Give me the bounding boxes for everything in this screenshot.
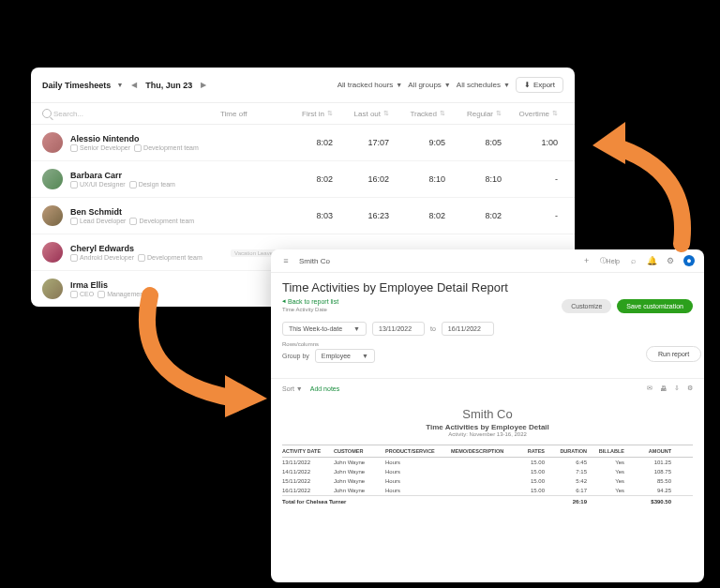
report-panel: ≡ Smith Co + ⓘ Help ⌕ 🔔 ⚙ ● Time Activit…: [271, 249, 704, 582]
gear-icon[interactable]: ⚙: [665, 255, 676, 266]
report-company: Smith Co: [282, 407, 693, 421]
vacation-badge: Vacation Leave: [231, 249, 277, 257]
to-date-input[interactable]: 16/11/2022: [442, 322, 494, 336]
arrow-icon: [574, 113, 696, 253]
search-input[interactable]: Search...: [42, 109, 220, 118]
avatar: [42, 242, 63, 263]
report-tools: Sort ▼ Add notes ✉ 🖶 ⇩ ⚙: [271, 379, 704, 398]
rows-cols-label: Rows/columns: [282, 341, 693, 347]
timesheet-header: Daily Timesheets ▼ ◀ Thu, Jun 23 ▶ All t…: [31, 68, 575, 103]
table-row[interactable]: Ben SchmidtLead DeveloperDevelopment tea…: [31, 198, 575, 234]
report-row[interactable]: 16/11/2022John WayneHours15.006:17Yes94.…: [282, 486, 693, 495]
col-tracked[interactable]: Tracked⇅: [389, 109, 445, 118]
plus-icon[interactable]: +: [581, 255, 592, 266]
export-button[interactable]: ⬇Export: [516, 77, 563, 93]
avatar: [42, 205, 63, 226]
avatar: [42, 169, 63, 189]
download-icon: ⬇: [524, 81, 531, 89]
filter-hours[interactable]: All tracked hours▼: [338, 81, 403, 89]
avatar: [42, 132, 63, 153]
col-lastout[interactable]: Last out⇅: [333, 109, 389, 118]
search-icon: [42, 109, 52, 118]
avatar: [42, 279, 63, 299]
col-regular[interactable]: Regular⇅: [445, 109, 502, 118]
caret-down-icon: ▼: [116, 82, 123, 88]
date-range-select[interactable]: This Week-to-date▼: [282, 322, 367, 336]
export-icon[interactable]: ⇩: [674, 384, 680, 392]
col-overtime[interactable]: Overtime⇅: [502, 109, 558, 118]
settings-icon[interactable]: ⚙: [687, 384, 693, 392]
table-row[interactable]: Barbara CarrUX/UI DesignerDesign team 8:…: [31, 161, 575, 198]
help-button[interactable]: ⓘ Help: [600, 255, 620, 266]
table-row[interactable]: Alessio NintendoSenior DeveloperDevelopm…: [31, 125, 575, 161]
add-notes-link[interactable]: Add notes: [310, 385, 340, 392]
report-title: Time Activities by Employee Detail Repor…: [282, 280, 693, 294]
report-subtitle: Time Activities by Employee Detail: [282, 423, 693, 431]
run-report-button[interactable]: Run report: [646, 346, 701, 362]
date-display[interactable]: Thu, Jun 23: [145, 81, 192, 90]
role-badge: Senior Developer: [70, 144, 130, 152]
bell-icon[interactable]: 🔔: [646, 255, 657, 266]
team-badge: Development team: [134, 144, 199, 152]
report-row[interactable]: 13/11/2022John WayneHours15.006:45Yes101…: [282, 458, 693, 467]
sort-icon: ⇅: [552, 110, 558, 117]
report-row[interactable]: 15/11/2022John WayneHours15.005:42Yes85.…: [282, 476, 693, 486]
from-date-input[interactable]: 13/11/2022: [372, 322, 425, 336]
email-icon[interactable]: ✉: [647, 384, 652, 392]
save-customization-button[interactable]: Save customization: [617, 299, 693, 313]
chevron-right-icon[interactable]: ▶: [198, 80, 209, 91]
group-by-label: Group by: [282, 353, 309, 359]
group-by-select[interactable]: Employee▼: [315, 349, 375, 363]
report-row[interactable]: 14/11/2022John WayneHours15.007:15Yes108…: [282, 467, 693, 476]
employee-name: Alessio Nintendo: [70, 134, 199, 143]
col-firstin[interactable]: First in⇅: [277, 109, 333, 118]
filter-schedules[interactable]: All schedules▼: [457, 81, 510, 89]
customize-button[interactable]: Customize: [562, 299, 611, 313]
back-link[interactable]: ◂ Back to report list: [282, 297, 338, 305]
sort-link[interactable]: Sort ▼: [282, 385, 303, 392]
report-columns: ACTIVITY DATECUSTOMERPRODUCT/SERVICEMEMO…: [282, 445, 693, 458]
user-avatar-icon[interactable]: ●: [683, 255, 695, 266]
to-label: to: [430, 325, 436, 332]
search-icon[interactable]: ⌕: [627, 255, 638, 266]
company-name: Smith Co: [299, 257, 330, 265]
report-total-row: Total for Chelsea Turner26:19$390.50: [282, 495, 693, 507]
view-selector[interactable]: Daily Timesheets: [42, 81, 111, 90]
filter-groups[interactable]: All groups▼: [408, 81, 451, 89]
column-header-row: Search... Time off First in⇅ Last out⇅ T…: [31, 103, 575, 125]
menu-icon[interactable]: ≡: [280, 255, 292, 266]
report-period: Activity: November 13-16, 2022: [282, 431, 693, 437]
report-body: Smith Co Time Activities by Employee Det…: [271, 398, 704, 582]
report-topbar: ≡ Smith Co + ⓘ Help ⌕ 🔔 ⚙ ●: [271, 249, 704, 273]
report-controls: Customize Save customization This Week-t…: [271, 318, 704, 379]
col-timeoff[interactable]: Time off: [220, 109, 277, 118]
print-icon[interactable]: 🖶: [660, 385, 667, 392]
arrow-icon: [131, 286, 281, 427]
chevron-left-icon[interactable]: ◀: [128, 80, 140, 91]
